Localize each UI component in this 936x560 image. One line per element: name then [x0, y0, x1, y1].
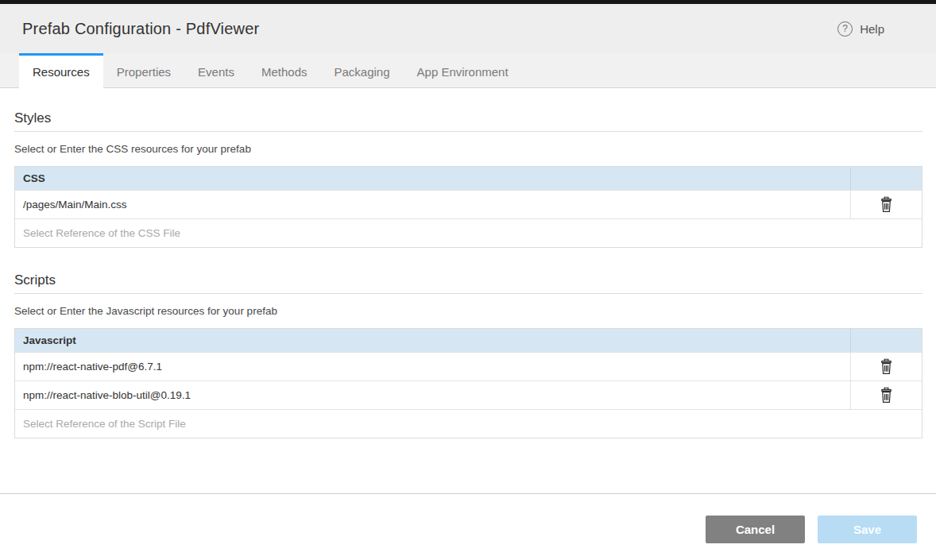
delete-script-resource-button[interactable]: [878, 385, 895, 405]
script-resource-value: npm://react-native-blob-util@0.19.1: [15, 381, 850, 409]
delete-script-resource-button[interactable]: [878, 357, 895, 377]
script-placeholder-row: Select Reference of the Script File: [15, 409, 922, 438]
script-resources-table: Javascript npm://react-native-pdf@6.7.1: [14, 328, 922, 438]
scripts-section-description: Select or Enter the Javascript resources…: [14, 304, 922, 318]
tab-label: Properties: [117, 65, 171, 79]
trash-icon: [880, 387, 893, 404]
cancel-button[interactable]: Cancel: [706, 516, 805, 543]
css-resource-value: /pages/Main/Main.css: [15, 191, 850, 218]
page-title: Prefab Configuration - PdfViewer: [22, 20, 259, 38]
script-table-action-header: [850, 329, 922, 352]
help-question-icon: ?: [837, 21, 853, 37]
css-resource-row: /pages/Main/Main.css: [15, 190, 922, 218]
tab-label: Resources: [33, 65, 90, 79]
script-row-action-cell: [850, 353, 922, 380]
tab-label: Events: [198, 65, 234, 79]
css-table-action-header: [850, 167, 922, 190]
script-resource-row: npm://react-native-pdf@6.7.1: [15, 352, 922, 380]
css-placeholder-row: Select Reference of the CSS File: [15, 218, 922, 247]
script-resource-input[interactable]: Select Reference of the Script File: [15, 410, 922, 438]
css-table-rows: /pages/Main/Main.css: [15, 190, 922, 218]
tab-label: App Environment: [417, 65, 509, 79]
script-row-action-cell: [850, 381, 922, 409]
delete-css-resource-button[interactable]: [878, 195, 895, 214]
scripts-section-title: Scripts: [14, 272, 922, 294]
css-resources-table: CSS /pages/Main/Main.css: [14, 166, 922, 248]
styles-section-description: Select or Enter the CSS resources for yo…: [14, 142, 922, 156]
script-table-header: Javascript: [15, 334, 850, 346]
dialog-header: Prefab Configuration - PdfViewer ? Help: [0, 4, 936, 53]
script-table-header-row: Javascript: [15, 329, 922, 352]
trash-icon: [880, 358, 893, 375]
script-resource-row: npm://react-native-blob-util@0.19.1: [15, 380, 922, 409]
tab-item[interactable]: Resources: [19, 53, 103, 88]
tab-item[interactable]: Packaging: [320, 53, 403, 88]
help-label: Help: [860, 22, 884, 36]
save-button[interactable]: Save: [818, 516, 917, 543]
css-row-action-cell: [850, 191, 922, 218]
tab-label: Methods: [261, 65, 307, 79]
tab-item[interactable]: Events: [184, 53, 248, 88]
tab-item[interactable]: Methods: [248, 53, 321, 88]
styles-section-title: Styles: [14, 110, 922, 132]
help-button[interactable]: ? Help: [837, 21, 884, 37]
tab-bar: Resources Properties Events Methods Pack…: [0, 53, 936, 88]
tab-item[interactable]: Properties: [103, 53, 184, 88]
css-table-header-row: CSS: [15, 167, 922, 190]
script-resource-value: npm://react-native-pdf@6.7.1: [15, 353, 850, 380]
resources-panel: Styles Select or Enter the CSS resources…: [0, 88, 936, 493]
css-resource-input[interactable]: Select Reference of the CSS File: [15, 219, 922, 247]
script-table-rows: npm://react-native-pdf@6.7.1: [15, 352, 922, 409]
css-table-header: CSS: [15, 172, 850, 184]
tab-label: Packaging: [334, 65, 389, 79]
tab-item[interactable]: App Environment: [404, 53, 522, 88]
trash-icon: [880, 196, 893, 213]
dialog-footer: Cancel Save: [0, 493, 936, 560]
